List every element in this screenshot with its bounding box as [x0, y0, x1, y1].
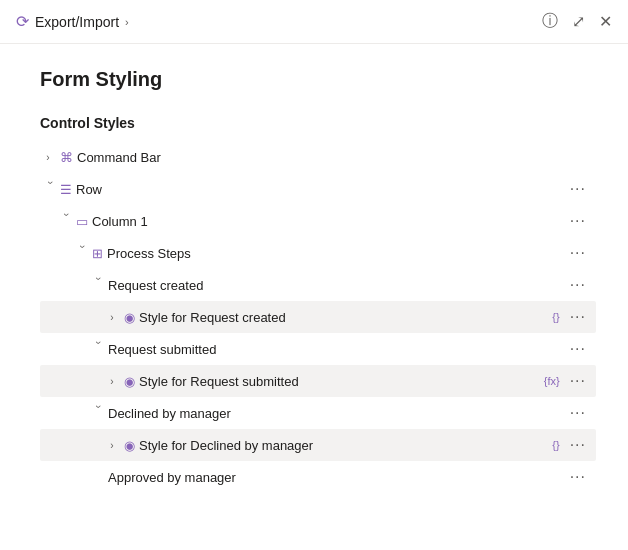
style-request-submitted-label: Style for Request submitted [139, 374, 299, 389]
request-created-label: Request created [108, 278, 203, 293]
approved-by-manager-label: Approved by manager [108, 470, 236, 485]
expand-icon[interactable]: ⤢ [572, 12, 585, 31]
expand-column-1[interactable]: › [56, 213, 72, 229]
style-request-created-badge: {} [552, 311, 559, 323]
row-icon: ☰ [60, 182, 72, 197]
style-declined-by-manager-badge: {} [552, 439, 559, 451]
process-steps-icon: ⊞ [92, 246, 103, 261]
expand-style-request-created[interactable]: › [104, 309, 120, 325]
expand-style-request-submitted[interactable]: › [104, 373, 120, 389]
tree-row[interactable]: › Request created ··· [40, 269, 596, 301]
process-steps-label: Process Steps [107, 246, 191, 261]
row-actions: ··· [568, 276, 588, 294]
row-content: › ⌘ Command Bar [40, 149, 588, 165]
title-bar: ⟳ Export/Import › ⓘ ⤢ ✕ [0, 0, 628, 44]
title-bar-title: Export/Import [35, 14, 119, 30]
title-bar-right: ⓘ ⤢ ✕ [542, 11, 612, 32]
expand-declined-by-manager[interactable]: › [88, 405, 104, 421]
approved-by-manager-dots-btn[interactable]: ··· [568, 468, 588, 486]
tree-row[interactable]: Approved by manager ··· [40, 461, 596, 493]
row-actions: ··· [568, 468, 588, 486]
expand-row[interactable]: › [40, 181, 56, 197]
row-actions: {} ··· [552, 436, 588, 454]
tree-row[interactable]: › Declined by manager ··· [40, 397, 596, 429]
style-declined-by-manager-label: Style for Declined by manager [139, 438, 313, 453]
expand-request-created[interactable]: › [88, 277, 104, 293]
row-content: › Request created [88, 277, 568, 293]
section-header: Control Styles [40, 115, 596, 131]
expand-style-declined-by-manager[interactable]: › [104, 437, 120, 453]
row-actions: ··· [568, 244, 588, 262]
tree-row[interactable]: › Request submitted ··· [40, 333, 596, 365]
expand-command-bar[interactable]: › [40, 149, 56, 165]
row-content: › ◉ Style for Request created [104, 309, 552, 325]
request-created-dots-btn[interactable]: ··· [568, 276, 588, 294]
export-import-icon: ⟳ [16, 12, 29, 31]
row-content: › Declined by manager [88, 405, 568, 421]
style-request-created-dots-btn[interactable]: ··· [568, 308, 588, 326]
tree-row[interactable]: › ▭ Column 1 ··· [40, 205, 596, 237]
tree-row[interactable]: › ⊞ Process Steps ··· [40, 237, 596, 269]
control-styles-tree: › ⌘ Command Bar › ☰ Row ··· › ▭ Column 1 [40, 141, 596, 493]
row-actions: {fx} ··· [544, 372, 588, 390]
row-actions: ··· [568, 180, 588, 198]
style-icon: ◉ [124, 438, 135, 453]
row-actions: {} ··· [552, 308, 588, 326]
row-content: › ◉ Style for Declined by manager [104, 437, 552, 453]
row-content: › Request submitted [88, 341, 568, 357]
row-content: › ◉ Style for Request submitted [104, 373, 544, 389]
tree-row[interactable]: › ⌘ Command Bar [40, 141, 596, 173]
page-content: Form Styling Control Styles › ⌘ Command … [0, 44, 628, 509]
page-title: Form Styling [40, 68, 596, 91]
column-icon: ▭ [76, 214, 88, 229]
row-content: › ▭ Column 1 [56, 213, 568, 229]
style-icon: ◉ [124, 374, 135, 389]
expand-request-submitted[interactable]: › [88, 341, 104, 357]
style-declined-by-manager-dots-btn[interactable]: ··· [568, 436, 588, 454]
tree-row[interactable]: › ◉ Style for Request created {} ··· [40, 301, 596, 333]
command-bar-label: Command Bar [77, 150, 161, 165]
tree-row[interactable]: › ◉ Style for Request submitted {fx} ··· [40, 365, 596, 397]
row-content: › ⊞ Process Steps [72, 245, 568, 261]
title-bar-chevron-icon[interactable]: › [125, 16, 129, 28]
process-steps-dots-btn[interactable]: ··· [568, 244, 588, 262]
style-request-submitted-dots-btn[interactable]: ··· [568, 372, 588, 390]
row-dots-btn[interactable]: ··· [568, 180, 588, 198]
expand-process-steps[interactable]: › [72, 245, 88, 261]
tree-row[interactable]: › ☰ Row ··· [40, 173, 596, 205]
request-submitted-dots-btn[interactable]: ··· [568, 340, 588, 358]
request-submitted-label: Request submitted [108, 342, 216, 357]
close-icon[interactable]: ✕ [599, 12, 612, 31]
row-actions: ··· [568, 340, 588, 358]
row-actions: ··· [568, 404, 588, 422]
row-actions: ··· [568, 212, 588, 230]
declined-by-manager-label: Declined by manager [108, 406, 231, 421]
row-content: › ☰ Row [40, 181, 568, 197]
declined-by-manager-dots-btn[interactable]: ··· [568, 404, 588, 422]
style-request-submitted-badge: {fx} [544, 375, 560, 387]
style-request-created-label: Style for Request created [139, 310, 286, 325]
title-bar-left: ⟳ Export/Import › [16, 12, 129, 31]
column-1-label: Column 1 [92, 214, 148, 229]
tree-row[interactable]: › ◉ Style for Declined by manager {} ··· [40, 429, 596, 461]
row-label: Row [76, 182, 102, 197]
row-content: Approved by manager [88, 470, 568, 485]
command-bar-icon: ⌘ [60, 150, 73, 165]
style-icon: ◉ [124, 310, 135, 325]
info-icon[interactable]: ⓘ [542, 11, 558, 32]
column-1-dots-btn[interactable]: ··· [568, 212, 588, 230]
